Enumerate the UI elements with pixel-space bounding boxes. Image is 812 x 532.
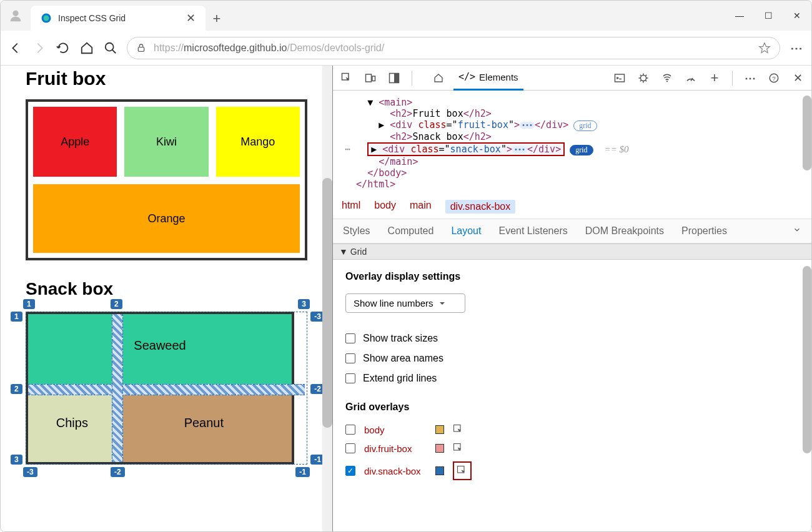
grid-label: 2 — [11, 384, 22, 394]
dom-breadcrumb[interactable]: html body main div.snack-box — [333, 195, 811, 219]
refresh-button[interactable] — [56, 41, 71, 56]
devtools-toolbar: </>Elements + ⋯ ? ✕ — [333, 66, 811, 91]
grid-label: -1 — [295, 467, 310, 477]
overlay-fruit-box[interactable]: div.fruit-box — [345, 443, 799, 454]
help-icon[interactable]: ? — [768, 72, 780, 84]
grid-section-header[interactable]: ▼ Grid — [333, 244, 811, 260]
dom-tree[interactable]: ▼ <main> <h2>Fruit box</h2> ▶ <div class… — [333, 91, 811, 195]
panel-tab-dom-breakpoints[interactable]: DOM Breakpoints — [585, 225, 664, 237]
svg-rect-4 — [138, 47, 144, 51]
snack-peanut: Peanut — [116, 384, 292, 462]
svg-text:?: ? — [772, 74, 776, 81]
menu-icon[interactable]: ⋯ — [789, 41, 804, 56]
window-controls: — ☐ ✕ — [725, 1, 811, 31]
layout-panel: Overlay display settings Show line numbe… — [333, 260, 811, 499]
chevron-down-icon — [438, 300, 446, 307]
elements-tab[interactable]: </>Elements — [453, 66, 523, 91]
profile-icon[interactable] — [1, 1, 31, 31]
close-devtools-icon[interactable]: ✕ — [791, 72, 804, 84]
more-tools-icon[interactable]: + — [708, 72, 721, 84]
extend-grid-lines-checkbox[interactable]: Extend grid lines — [345, 373, 799, 384]
overlay-settings-heading: Overlay display settings — [345, 271, 799, 282]
breadcrumb-item-selected[interactable]: div.snack-box — [445, 200, 516, 214]
snack-box-grid: Seaweed Chips Peanut — [26, 312, 294, 465]
snack-box-wrapper: Seaweed Chips Peanut 1 2 3 1 2 3 -3 -2 -… — [26, 312, 307, 465]
url-input[interactable]: https://microsoftedge.github.io/Demos/de… — [127, 37, 780, 59]
dock-icon[interactable] — [388, 72, 400, 84]
search-icon[interactable] — [103, 41, 118, 56]
grid-label: 1 — [23, 299, 35, 309]
page-scrollbar[interactable] — [322, 66, 332, 532]
breadcrumb-item[interactable]: html — [342, 200, 360, 214]
grid-label: 3 — [298, 299, 310, 309]
breadcrumb-item[interactable]: body — [374, 200, 396, 214]
maximize-button[interactable]: ☐ — [754, 1, 783, 31]
grid-label: -2 — [111, 467, 125, 477]
fruit-kiwi: Kiwi — [124, 107, 208, 177]
forward-button[interactable] — [32, 41, 47, 56]
snack-heading: Snack box — [26, 279, 307, 299]
minimize-button[interactable]: — — [725, 1, 754, 31]
panel-tab-computed[interactable]: Computed — [388, 225, 434, 237]
lock-icon — [136, 43, 146, 53]
grid-label: 2 — [111, 299, 122, 309]
settings-icon[interactable]: ⋯ — [744, 72, 756, 84]
console-icon[interactable] — [613, 72, 626, 84]
panel-tab-event-listeners[interactable]: Event Listeners — [498, 225, 567, 237]
overlay-snack-box[interactable]: ✓div.snack-box — [345, 461, 799, 480]
network-icon[interactable] — [661, 72, 673, 84]
new-tab-button[interactable]: + — [205, 11, 228, 31]
edge-icon — [41, 12, 52, 24]
issues-icon[interactable] — [637, 72, 650, 84]
show-area-names-checkbox[interactable]: Show area names — [345, 353, 799, 364]
svg-point-12 — [666, 81, 668, 82]
back-button[interactable] — [8, 41, 23, 56]
browser-tab[interactable]: Inspect CSS Grid ✕ — [31, 6, 205, 31]
sidebar-tabs: Styles Computed Layout Event Listeners D… — [333, 219, 811, 244]
snack-seaweed: Seaweed — [28, 314, 292, 384]
fruit-apple: Apple — [33, 107, 117, 177]
color-swatch[interactable] — [435, 466, 444, 475]
dom-scrollbar[interactable] — [803, 91, 811, 195]
tab-close-icon[interactable]: ✕ — [186, 11, 196, 25]
fruit-heading: Fruit box — [26, 68, 307, 89]
device-icon[interactable] — [364, 72, 377, 84]
inspect-icon[interactable] — [340, 72, 353, 84]
close-window-button[interactable]: ✕ — [783, 1, 811, 31]
reveal-icon[interactable] — [453, 443, 464, 454]
favorite-icon[interactable] — [758, 42, 771, 54]
grid-label: -3 — [23, 467, 37, 477]
grid-label: 1 — [11, 312, 22, 322]
grid-badge[interactable]: grid — [573, 121, 597, 131]
url-text: https://microsoftedge.github.io/Demos/de… — [154, 42, 384, 54]
selected-dom-node[interactable]: ⋯ ▶ <div class="snack-box">•••</div>grid… — [339, 142, 811, 156]
home-button[interactable] — [79, 41, 94, 56]
grid-label: 3 — [11, 455, 22, 465]
fruit-box-grid: Apple Kiwi Mango Orange — [26, 99, 307, 260]
panel-tab-properties[interactable]: Properties — [681, 225, 727, 237]
breadcrumb-item[interactable]: main — [410, 200, 432, 214]
color-swatch[interactable] — [435, 444, 444, 453]
performance-icon[interactable] — [685, 72, 697, 84]
layout-scrollbar[interactable] — [803, 260, 811, 499]
fruit-mango: Mango — [216, 107, 300, 177]
svg-rect-10 — [615, 74, 625, 82]
line-numbers-dropdown[interactable]: Show line numbers — [345, 293, 465, 313]
fruit-orange: Orange — [33, 184, 300, 253]
panel-more-icon[interactable] — [793, 225, 801, 237]
svg-point-3 — [106, 42, 114, 51]
svg-rect-9 — [394, 73, 399, 82]
overlay-body[interactable]: body — [345, 424, 799, 435]
svg-point-2 — [44, 16, 49, 21]
show-track-sizes-checkbox[interactable]: Show track sizes — [345, 333, 799, 344]
reveal-icon[interactable] — [453, 424, 464, 435]
panel-tab-layout[interactable]: Layout — [451, 225, 481, 237]
tab-title: Inspect CSS Grid — [58, 13, 180, 23]
grid-badge-active[interactable]: grid — [570, 145, 593, 155]
title-bar: Inspect CSS Grid ✕ + — ☐ ✕ — [1, 1, 811, 31]
reveal-icon-highlighted[interactable] — [453, 461, 472, 480]
panel-tab-styles[interactable]: Styles — [343, 225, 370, 237]
svg-rect-6 — [366, 74, 372, 82]
color-swatch[interactable] — [435, 425, 444, 434]
welcome-tab[interactable] — [428, 66, 448, 91]
